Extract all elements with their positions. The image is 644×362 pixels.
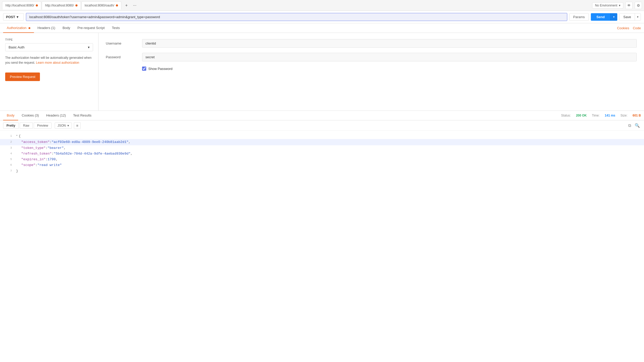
response-tabs: Body Cookies (3) Headers (12) Test Resul… xyxy=(0,111,644,120)
response-status-bar: Status: 200 OK Time: 141 ms Size: 601 B xyxy=(561,114,641,117)
json-line-6: 6 "scope" : "read write" xyxy=(4,162,640,168)
json-line-2: 2 "access_token" : "acf03e60-ed0a-4809-9… xyxy=(0,139,644,145)
format-chevron: ▾ xyxy=(67,124,69,127)
scope-value: "read write" xyxy=(37,162,62,168)
token-type-value: "bearer" xyxy=(47,145,64,151)
tab-body[interactable]: Body xyxy=(59,23,74,33)
body-action-buttons: ⧉ 🔍 xyxy=(627,122,641,129)
refresh-token-value: "5b4a562e-704d-442a-9dfe-4aebad930e9d" xyxy=(54,151,130,157)
save-group: Save ▾ xyxy=(619,13,641,21)
eye-icon-button[interactable]: 👁 xyxy=(625,2,633,9)
json-line-1: 1 ▾ { xyxy=(4,133,640,139)
search-icon-button[interactable]: 🔍 xyxy=(634,122,641,129)
resp-tab-headers[interactable]: Headers (12) xyxy=(43,111,69,120)
send-group: Send ▾ xyxy=(591,13,618,21)
env-section: No Environment ▾ 👁 ⚙ xyxy=(592,2,642,9)
preview-request-button[interactable]: Preview Request xyxy=(5,73,40,81)
authorization-dot xyxy=(29,27,30,29)
tab-pre-request-label: Pre-request Script xyxy=(78,26,105,30)
preview-view-button[interactable]: Preview xyxy=(34,122,52,129)
username-field-row: Username xyxy=(106,39,637,48)
json-line-7: 7 } xyxy=(4,168,640,174)
tab1-label: http://localhost:8080/ xyxy=(5,4,34,7)
show-password-label: Show Password xyxy=(148,67,172,71)
tab-authorization[interactable]: Authorization xyxy=(3,23,34,33)
show-password-row: Show Password xyxy=(142,67,637,71)
show-password-checkbox[interactable] xyxy=(142,67,146,71)
resp-tab-body-label: Body xyxy=(7,113,15,117)
method-chevron: ▾ xyxy=(17,15,18,19)
access-token-key: "access_token" xyxy=(21,139,50,145)
send-button[interactable]: Send xyxy=(591,13,611,21)
more-tabs-button[interactable]: ··· xyxy=(131,2,138,9)
browser-tab-3[interactable]: localhost:8080/oauth/ xyxy=(81,1,121,10)
json-response-content: 1 ▾ { 2 "access_token" : "acf03e60-ed0a-… xyxy=(0,131,644,177)
auth-right-panel: Username Password Show Password xyxy=(99,33,644,111)
tab-bar: http://localhost:8080/ http://localhost:… xyxy=(0,0,644,11)
cookies-link[interactable]: Cookies xyxy=(617,26,629,30)
tab2-label: http://localhost:8080/ xyxy=(45,4,74,7)
new-tab-button[interactable]: + xyxy=(123,2,130,9)
url-input[interactable] xyxy=(26,13,567,21)
tab3-label: localhost:8080/oauth/ xyxy=(85,4,114,7)
tab-tests[interactable]: Tests xyxy=(108,23,123,33)
token-type-key: "token_type" xyxy=(21,145,46,151)
auth-left-panel: TYPE Basic Auth ▾ The authorization head… xyxy=(0,33,99,111)
password-input[interactable] xyxy=(142,53,637,61)
password-field-row: Password xyxy=(106,53,637,61)
request-bar: POST ▾ Params Send ▾ Save ▾ xyxy=(0,11,644,23)
environment-selector[interactable]: No Environment ▾ xyxy=(592,2,623,9)
gear-icon-button[interactable]: ⚙ xyxy=(635,2,642,9)
resp-tab-cookies-label: Cookies (3) xyxy=(22,113,39,117)
access-token-value: "acf03e60-ed0a-4809-9ee0-240b81aab2d1" xyxy=(52,139,128,145)
time-prefix: Time: xyxy=(592,114,600,117)
resp-tab-headers-label: Headers (12) xyxy=(46,113,66,117)
params-button[interactable]: Params xyxy=(569,13,589,21)
tab-pre-request[interactable]: Pre-request Script xyxy=(74,23,108,33)
expires-in-key: "expires_in" xyxy=(21,157,46,162)
pretty-view-button[interactable]: Pretty xyxy=(3,122,19,129)
size-value: 601 B xyxy=(633,114,641,117)
auth-desc-link[interactable]: Learn more about authorization xyxy=(36,61,79,64)
tab-headers[interactable]: Headers (1) xyxy=(34,23,59,33)
method-label: POST xyxy=(6,15,15,19)
filter-button[interactable]: ≡ xyxy=(74,122,81,129)
status-value: 200 OK xyxy=(576,114,587,117)
resp-tab-cookies[interactable]: Cookies (3) xyxy=(18,111,43,120)
tab-body-label: Body xyxy=(62,26,70,30)
resp-tab-test-results[interactable]: Test Results xyxy=(69,111,95,120)
resp-tab-test-results-label: Test Results xyxy=(73,113,92,117)
raw-view-button[interactable]: Raw xyxy=(20,122,33,129)
save-dropdown-button[interactable]: ▾ xyxy=(635,13,641,20)
browser-tab-1[interactable]: http://localhost:8080/ xyxy=(2,1,41,10)
auth-type-selector[interactable]: Basic Auth ▾ xyxy=(5,43,93,51)
username-input[interactable] xyxy=(142,39,637,48)
code-link[interactable]: Code xyxy=(633,26,641,30)
auth-description: The authorization header will be automat… xyxy=(5,55,93,65)
tab-authorization-label: Authorization xyxy=(7,26,26,30)
request-tabs: Authorization Headers (1) Body Pre-reque… xyxy=(0,23,644,33)
tab-actions: + ··· xyxy=(123,2,138,9)
method-selector[interactable]: POST ▾ xyxy=(3,13,24,21)
save-button[interactable]: Save xyxy=(620,13,635,20)
tab-headers-label: Headers (1) xyxy=(38,26,55,30)
tab1-dot xyxy=(36,4,38,6)
json-line-5: 5 "expires_in" : 1799 , xyxy=(4,157,640,162)
auth-panel: TYPE Basic Auth ▾ The authorization head… xyxy=(0,33,644,111)
auth-type-chevron: ▾ xyxy=(88,45,90,49)
format-selector[interactable]: JSON ▾ xyxy=(55,122,72,129)
json-open-brace: { xyxy=(19,133,21,139)
send-dropdown-button[interactable]: ▾ xyxy=(610,13,617,21)
copy-icon-button[interactable]: ⧉ xyxy=(627,122,632,129)
browser-tab-2[interactable]: http://localhost:8080/ xyxy=(42,1,81,10)
collapse-chevron[interactable]: ▾ xyxy=(16,133,18,138)
username-label: Username xyxy=(106,41,142,45)
env-chevron: ▾ xyxy=(619,4,620,7)
env-label: No Environment xyxy=(595,4,617,7)
tab-tests-label: Tests xyxy=(112,26,120,30)
password-label: Password xyxy=(106,55,142,59)
time-value: 141 ms xyxy=(605,114,615,117)
size-prefix: Size: xyxy=(620,114,627,117)
resp-tab-body[interactable]: Body xyxy=(3,111,18,120)
tab2-dot xyxy=(75,4,78,6)
